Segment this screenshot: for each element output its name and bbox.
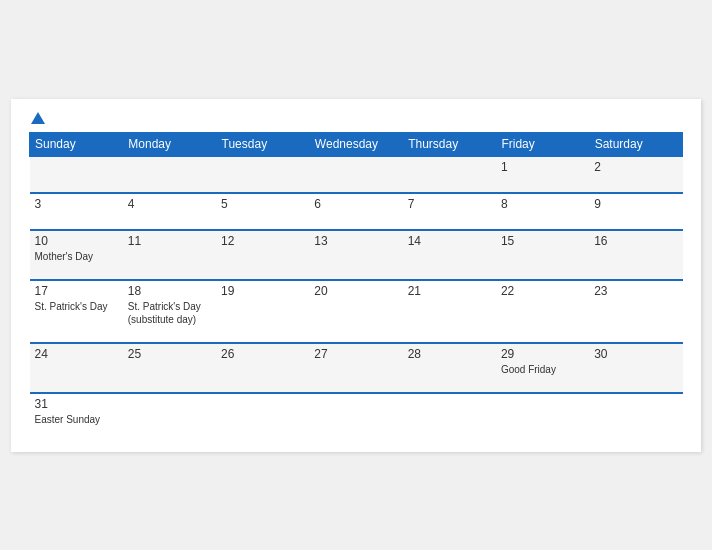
calendar-cell: 30: [589, 343, 682, 393]
calendar-cell: [216, 393, 309, 442]
calendar-week-row: 17St. Patrick's Day18St. Patrick's Day (…: [30, 280, 683, 343]
day-number: 27: [314, 347, 397, 361]
calendar-cell: 31Easter Sunday: [30, 393, 123, 442]
day-header-wednesday: Wednesday: [309, 132, 402, 156]
day-header-saturday: Saturday: [589, 132, 682, 156]
calendar-table: SundayMondayTuesdayWednesdayThursdayFrid…: [29, 132, 683, 442]
day-number: 9: [594, 197, 677, 211]
calendar-cell: [123, 393, 216, 442]
calendar-cell: [403, 156, 496, 193]
calendar-cell: 19: [216, 280, 309, 343]
calendar-cell: 16: [589, 230, 682, 280]
calendar-cell: 15: [496, 230, 589, 280]
day-header-sunday: Sunday: [30, 132, 123, 156]
day-number: 22: [501, 284, 584, 298]
calendar-header-row: SundayMondayTuesdayWednesdayThursdayFrid…: [30, 132, 683, 156]
calendar-cell: 12: [216, 230, 309, 280]
calendar-cell: 21: [403, 280, 496, 343]
calendar-cell: 26: [216, 343, 309, 393]
calendar-cell: 25: [123, 343, 216, 393]
calendar-cell: 22: [496, 280, 589, 343]
calendar-cell: 29Good Friday: [496, 343, 589, 393]
day-number: 19: [221, 284, 304, 298]
day-number: 20: [314, 284, 397, 298]
calendar-cell: 13: [309, 230, 402, 280]
calendar-cell: 8: [496, 193, 589, 230]
calendar-week-row: 3456789: [30, 193, 683, 230]
logo: [29, 114, 45, 124]
holiday-label: Mother's Day: [35, 250, 118, 263]
calendar-cell: [309, 156, 402, 193]
day-number: 15: [501, 234, 584, 248]
calendar-cell: [30, 156, 123, 193]
logo-triangle-icon: [31, 112, 45, 124]
calendar-week-row: 12: [30, 156, 683, 193]
day-number: 4: [128, 197, 211, 211]
day-number: 3: [35, 197, 118, 211]
day-number: 28: [408, 347, 491, 361]
calendar-cell: 2: [589, 156, 682, 193]
calendar-container: SundayMondayTuesdayWednesdayThursdayFrid…: [11, 99, 701, 452]
day-number: 13: [314, 234, 397, 248]
calendar-week-row: 31Easter Sunday: [30, 393, 683, 442]
day-number: 8: [501, 197, 584, 211]
calendar-cell: [496, 393, 589, 442]
calendar-cell: 24: [30, 343, 123, 393]
calendar-cell: 27: [309, 343, 402, 393]
day-number: 10: [35, 234, 118, 248]
calendar-cell: 23: [589, 280, 682, 343]
calendar-cell: 4: [123, 193, 216, 230]
day-number: 14: [408, 234, 491, 248]
calendar-cell: 3: [30, 193, 123, 230]
calendar-cell: 7: [403, 193, 496, 230]
day-number: 29: [501, 347, 584, 361]
day-number: 11: [128, 234, 211, 248]
calendar-cell: [589, 393, 682, 442]
calendar-cell: 28: [403, 343, 496, 393]
day-number: 7: [408, 197, 491, 211]
calendar-cell: [309, 393, 402, 442]
day-number: 23: [594, 284, 677, 298]
holiday-label: St. Patrick's Day (substitute day): [128, 300, 211, 326]
calendar-cell: 14: [403, 230, 496, 280]
day-number: 1: [501, 160, 584, 174]
day-number: 30: [594, 347, 677, 361]
calendar-week-row: 242526272829Good Friday30: [30, 343, 683, 393]
calendar-cell: 6: [309, 193, 402, 230]
holiday-label: Easter Sunday: [35, 413, 118, 426]
day-header-thursday: Thursday: [403, 132, 496, 156]
calendar-cell: 9: [589, 193, 682, 230]
day-number: 17: [35, 284, 118, 298]
day-number: 5: [221, 197, 304, 211]
day-number: 2: [594, 160, 677, 174]
holiday-label: St. Patrick's Day: [35, 300, 118, 313]
day-number: 6: [314, 197, 397, 211]
calendar-cell: 11: [123, 230, 216, 280]
calendar-cell: 17St. Patrick's Day: [30, 280, 123, 343]
calendar-cell: 18St. Patrick's Day (substitute day): [123, 280, 216, 343]
calendar-cell: 1: [496, 156, 589, 193]
day-number: 16: [594, 234, 677, 248]
day-number: 25: [128, 347, 211, 361]
calendar-week-row: 10Mother's Day111213141516: [30, 230, 683, 280]
calendar-header: [29, 114, 683, 124]
calendar-cell: 20: [309, 280, 402, 343]
calendar-cell: 10Mother's Day: [30, 230, 123, 280]
day-number: 18: [128, 284, 211, 298]
day-header-tuesday: Tuesday: [216, 132, 309, 156]
day-number: 21: [408, 284, 491, 298]
calendar-cell: [123, 156, 216, 193]
day-header-friday: Friday: [496, 132, 589, 156]
calendar-cell: [403, 393, 496, 442]
day-number: 31: [35, 397, 118, 411]
holiday-label: Good Friday: [501, 363, 584, 376]
calendar-cell: 5: [216, 193, 309, 230]
day-header-monday: Monday: [123, 132, 216, 156]
day-number: 26: [221, 347, 304, 361]
day-number: 24: [35, 347, 118, 361]
calendar-cell: [216, 156, 309, 193]
day-number: 12: [221, 234, 304, 248]
